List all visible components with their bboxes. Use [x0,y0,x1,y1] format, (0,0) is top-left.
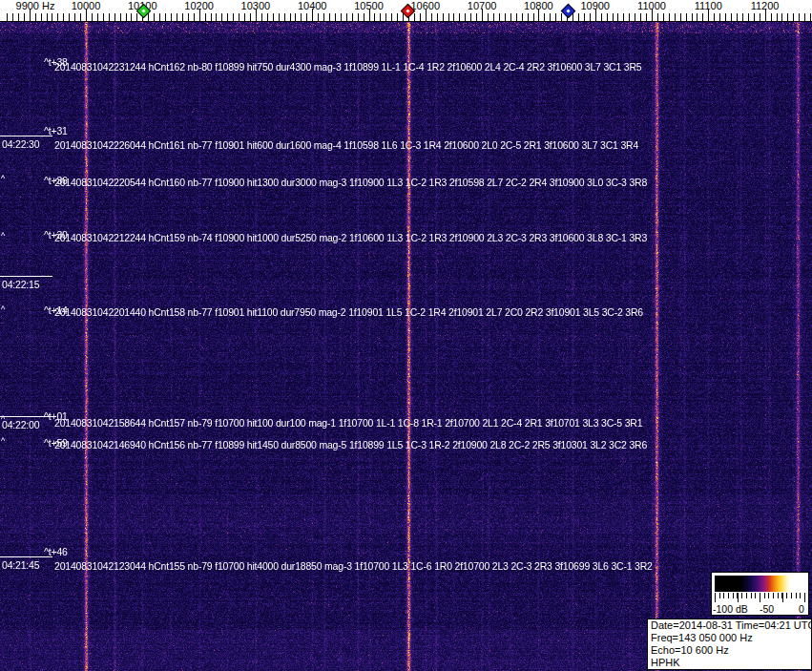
marker-center-dot [406,9,409,12]
ruler-tick [731,13,732,21]
ruler-tick [787,13,788,21]
frequency-ruler[interactable]: 9900 Hz100001010010200103001040010500106… [0,0,812,22]
ruler-tick [41,13,42,21]
ruler-tick [470,13,471,21]
info-frequency: Freq=143 050 000 Hz [651,632,811,644]
ruler-tick [374,13,375,21]
left-edge-detection-mark: ^ [1,415,5,423]
ruler-tick [646,13,647,21]
ruler-tick [47,13,48,21]
ruler-tick [177,13,177,21]
ruler-tick [781,13,782,21]
ruler-tick [737,13,738,21]
ruler-tick [669,13,670,21]
ruler-tick [273,13,274,21]
marker-center-dot [566,9,570,12]
ruler-tick [115,13,115,21]
ruler-tick [154,13,155,21]
ruler-tick [391,13,392,21]
ruler-tick [578,13,579,21]
ruler-tick [414,13,415,21]
ruler-tick [295,13,296,21]
status-info-box: Date=2014-08-31 Time=04:21 UTC Freq=143 … [647,619,812,670]
ruler-tick [680,13,681,21]
ruler-tick [57,13,58,21]
ruler-tick [74,13,75,21]
ruler-tick [459,13,460,21]
ruler-tick [380,13,381,21]
ruler-tick [573,13,573,21]
ruler-tick [629,13,630,21]
ruler-tick [80,13,81,21]
ruler-tick [584,13,585,21]
ruler-tick [686,13,687,21]
ruler-tick [544,13,545,21]
ruler-tick [590,13,591,21]
ruler-tick [702,13,703,21]
ruler-tick [323,13,324,21]
ruler-tick [63,13,64,21]
ruler-tick [725,13,726,21]
ruler-tick [35,13,36,21]
ruler-tick [120,13,121,21]
ruler-tick [431,13,432,21]
ruler-tick [675,13,676,21]
ruler-frequency-label: 10900 [580,0,610,11]
ruler-tick [12,13,13,21]
ruler-tick [7,13,8,21]
ruler-tick [126,13,127,21]
detection-log-text: 20140831042123044 hCnt155 nb-79 f10700 h… [54,561,653,572]
ruler-tick [301,13,302,21]
ruler-tick [148,13,149,21]
detection-log-text: 20140831042220544 hCnt160 nb-77 f10900 h… [54,178,647,188]
ruler-tick [290,13,291,21]
info-date-time: Date=2014-08-31 Time=04:21 UTC [651,619,811,632]
ruler-tick [777,13,778,21]
ruler-frequency-label: 11000 [637,0,666,11]
ruler-frequency-label: 10200 [184,0,214,11]
spectrogram-waterfall[interactable] [0,21,812,671]
timestamp-label: 04:21:45 [2,560,39,571]
ruler-tick [663,13,664,21]
ruler-tick [714,13,715,21]
ruler-frequency-label: 10800 [524,0,553,11]
timestamp-label: 04:22:15 [2,280,39,290]
ruler-tick [623,13,624,21]
ruler-tick [92,13,93,21]
ruler-tick [465,13,466,21]
ruler-tick [352,13,353,21]
info-echo: Echo=10 600 Hz [651,644,811,657]
ruler-tick [267,13,268,21]
ruler-tick [239,13,239,21]
ruler-tick [635,13,635,21]
ruler-tick [165,13,166,21]
timestamp-label: 04:22:00 [2,420,39,430]
timestamp-label: 04:22:30 [2,139,39,150]
ruler-tick [533,13,534,21]
ruler-tick [550,13,551,21]
ruler-tick [284,13,285,21]
ruler-tick [211,13,212,21]
ruler-tick [657,13,658,21]
ruler-frequency-label: 10600 [411,0,441,11]
ruler-tick [640,13,641,21]
ruler-tick [194,13,195,21]
detection-log-text: 20140831042231244 hCnt162 nb-80 f10899 h… [54,62,641,73]
ruler-tick [505,13,506,21]
ruler-tick [760,13,760,21]
ruler-tick [617,13,618,21]
detection-log-text: 20140831042146940 hCnt156 nb-77 f10899 h… [54,440,647,451]
ruler-tick [793,13,794,21]
ruler-tick [510,13,511,21]
ruler-tick [341,13,342,21]
scale-major-ticks [715,593,805,602]
ruler-tick [279,13,280,21]
left-edge-detection-mark: ^ [1,305,5,313]
scale-label-max: 0 [799,603,804,615]
ruler-frequency-label: 11200 [751,0,780,11]
detection-time-marker: ^t+31 [44,126,68,136]
ruler-tick [488,13,489,21]
ruler-tick [719,13,720,21]
ruler-tick [493,13,494,21]
ruler-tick [420,13,421,21]
